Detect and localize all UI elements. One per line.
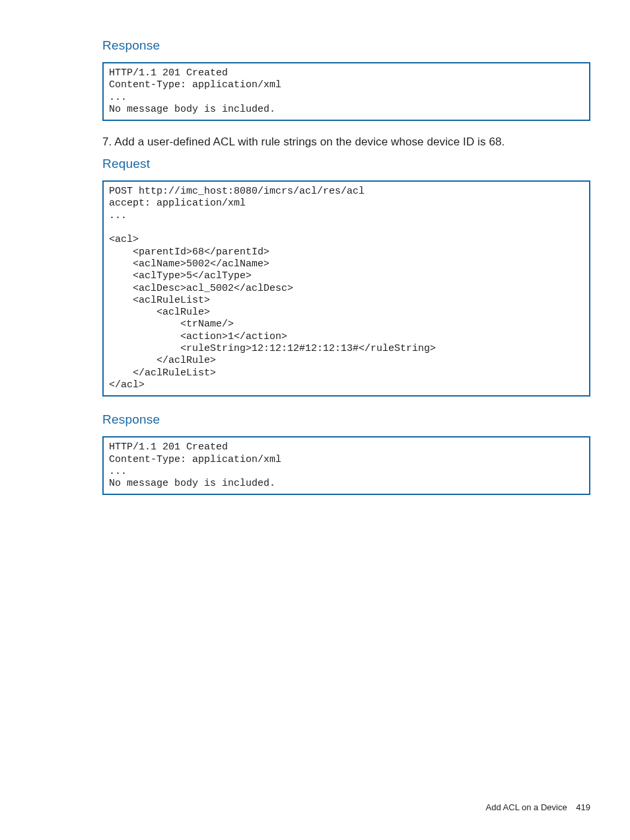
step-7-text: 7. Add a user-defined ACL with rule stri… [102,135,590,149]
page-content: Response HTTP/1.1 201 Created Content-Ty… [0,0,630,495]
footer-title: Add ACL on a Device [486,802,567,812]
footer-page-number: 419 [576,802,590,812]
code-block-response-2: HTTP/1.1 201 Created Content-Type: appli… [102,436,590,495]
code-block-request: POST http://imc_host:8080/imcrs/acl/res/… [102,180,590,397]
heading-request: Request [102,157,590,171]
code-block-response-1: HTTP/1.1 201 Created Content-Type: appli… [102,62,590,121]
heading-response-1: Response [102,38,590,53]
page-footer: Add ACL on a Device 419 [486,802,590,812]
heading-response-2: Response [102,412,590,427]
